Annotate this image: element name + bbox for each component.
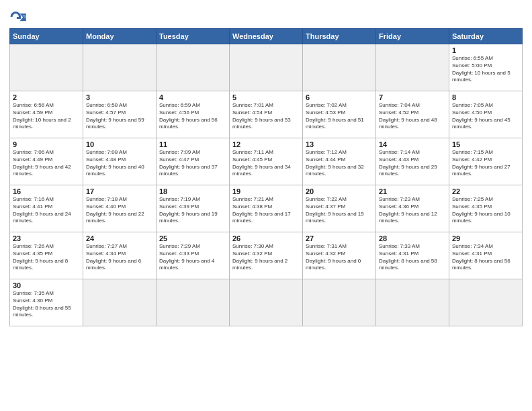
calendar-cell: 17Sunrise: 7:18 AMSunset: 4:40 PMDayligh… <box>83 185 157 232</box>
calendar-cell: 19Sunrise: 7:21 AMSunset: 4:38 PMDayligh… <box>230 185 303 232</box>
day-number: 15 <box>452 140 519 148</box>
day-info: Sunrise: 7:19 AMSunset: 4:39 PMDaylight:… <box>159 196 226 225</box>
day-number: 22 <box>452 187 519 195</box>
calendar-cell: 18Sunrise: 7:19 AMSunset: 4:39 PMDayligh… <box>157 185 230 232</box>
day-info: Sunrise: 7:35 AMSunset: 4:30 PMDaylight:… <box>13 290 80 319</box>
day-number: 6 <box>306 93 373 101</box>
day-number: 16 <box>13 187 80 195</box>
weekday-wednesday: Wednesday <box>230 29 303 44</box>
day-info: Sunrise: 6:59 AMSunset: 4:56 PMDaylight:… <box>159 102 226 131</box>
day-number: 27 <box>306 234 373 242</box>
day-info: Sunrise: 7:09 AMSunset: 4:47 PMDaylight:… <box>159 149 226 178</box>
day-info: Sunrise: 7:21 AMSunset: 4:38 PMDaylight:… <box>232 196 300 225</box>
calendar-cell <box>303 44 376 91</box>
calendar-header: SundayMondayTuesdayWednesdayThursdayFrid… <box>10 29 523 44</box>
calendar-cell: 16Sunrise: 7:16 AMSunset: 4:41 PMDayligh… <box>10 185 83 232</box>
day-number: 25 <box>159 234 226 242</box>
calendar-cell: 25Sunrise: 7:29 AMSunset: 4:33 PMDayligh… <box>157 232 230 279</box>
calendar: SundayMondayTuesdayWednesdayThursdayFrid… <box>9 28 523 326</box>
day-info: Sunrise: 7:05 AMSunset: 4:50 PMDaylight:… <box>452 102 519 131</box>
day-info: Sunrise: 7:06 AMSunset: 4:49 PMDaylight:… <box>13 149 80 178</box>
calendar-cell: 27Sunrise: 7:31 AMSunset: 4:32 PMDayligh… <box>303 232 376 279</box>
calendar-cell: 20Sunrise: 7:22 AMSunset: 4:37 PMDayligh… <box>303 185 376 232</box>
day-number: 12 <box>232 140 300 148</box>
generalblue-logo-icon <box>9 9 28 24</box>
calendar-cell: 7Sunrise: 7:04 AMSunset: 4:52 PMDaylight… <box>376 91 449 138</box>
day-info: Sunrise: 7:04 AMSunset: 4:52 PMDaylight:… <box>379 102 446 131</box>
day-number: 9 <box>13 140 80 148</box>
calendar-cell <box>376 44 449 91</box>
calendar-cell: 30Sunrise: 7:35 AMSunset: 4:30 PMDayligh… <box>10 279 83 326</box>
page: SundayMondayTuesdayWednesdayThursdayFrid… <box>0 0 532 411</box>
calendar-body: 1Sunrise: 6:55 AMSunset: 5:00 PMDaylight… <box>10 44 523 326</box>
weekday-sunday: Sunday <box>10 29 83 44</box>
day-number: 18 <box>159 187 226 195</box>
calendar-cell: 22Sunrise: 7:25 AMSunset: 4:35 PMDayligh… <box>449 185 523 232</box>
day-number: 7 <box>379 93 446 101</box>
day-info: Sunrise: 6:58 AMSunset: 4:57 PMDaylight:… <box>86 102 153 131</box>
calendar-cell: 4Sunrise: 6:59 AMSunset: 4:56 PMDaylight… <box>157 91 230 138</box>
calendar-cell: 14Sunrise: 7:14 AMSunset: 4:43 PMDayligh… <box>376 138 449 185</box>
day-number: 4 <box>159 93 226 101</box>
calendar-cell: 9Sunrise: 7:06 AMSunset: 4:49 PMDaylight… <box>10 138 83 185</box>
calendar-week-6: 30Sunrise: 7:35 AMSunset: 4:30 PMDayligh… <box>10 279 523 326</box>
calendar-cell: 11Sunrise: 7:09 AMSunset: 4:47 PMDayligh… <box>157 138 230 185</box>
calendar-cell: 1Sunrise: 6:55 AMSunset: 5:00 PMDaylight… <box>449 44 523 91</box>
header <box>9 7 523 24</box>
day-number: 23 <box>13 234 80 242</box>
day-number: 26 <box>232 234 300 242</box>
calendar-cell: 8Sunrise: 7:05 AMSunset: 4:50 PMDaylight… <box>449 91 523 138</box>
day-number: 30 <box>13 281 80 289</box>
calendar-cell: 28Sunrise: 7:33 AMSunset: 4:31 PMDayligh… <box>376 232 449 279</box>
day-number: 28 <box>379 234 446 242</box>
day-info: Sunrise: 7:16 AMSunset: 4:41 PMDaylight:… <box>13 196 80 225</box>
day-info: Sunrise: 7:01 AMSunset: 4:54 PMDaylight:… <box>232 102 300 131</box>
day-number: 17 <box>86 187 153 195</box>
logo <box>9 9 31 24</box>
day-info: Sunrise: 7:33 AMSunset: 4:31 PMDaylight:… <box>379 243 446 272</box>
weekday-thursday: Thursday <box>303 29 376 44</box>
day-number: 1 <box>452 46 519 54</box>
day-info: Sunrise: 7:15 AMSunset: 4:42 PMDaylight:… <box>452 149 519 178</box>
calendar-cell: 10Sunrise: 7:08 AMSunset: 4:48 PMDayligh… <box>83 138 157 185</box>
day-info: Sunrise: 7:23 AMSunset: 4:36 PMDaylight:… <box>379 196 446 225</box>
day-info: Sunrise: 7:27 AMSunset: 4:34 PMDaylight:… <box>86 243 153 272</box>
day-number: 21 <box>379 187 446 195</box>
weekday-tuesday: Tuesday <box>157 29 230 44</box>
calendar-cell: 26Sunrise: 7:30 AMSunset: 4:32 PMDayligh… <box>230 232 303 279</box>
calendar-cell: 29Sunrise: 7:34 AMSunset: 4:31 PMDayligh… <box>449 232 523 279</box>
day-info: Sunrise: 7:31 AMSunset: 4:32 PMDaylight:… <box>306 243 373 272</box>
calendar-cell <box>449 279 523 326</box>
day-info: Sunrise: 7:30 AMSunset: 4:32 PMDaylight:… <box>232 243 300 272</box>
calendar-cell: 6Sunrise: 7:02 AMSunset: 4:53 PMDaylight… <box>303 91 376 138</box>
calendar-week-4: 16Sunrise: 7:16 AMSunset: 4:41 PMDayligh… <box>10 185 523 232</box>
calendar-week-2: 2Sunrise: 6:56 AMSunset: 4:59 PMDaylight… <box>10 91 523 138</box>
calendar-cell <box>230 44 303 91</box>
weekday-monday: Monday <box>83 29 157 44</box>
day-number: 13 <box>306 140 373 148</box>
calendar-cell: 12Sunrise: 7:11 AMSunset: 4:45 PMDayligh… <box>230 138 303 185</box>
day-number: 19 <box>232 187 300 195</box>
calendar-cell: 3Sunrise: 6:58 AMSunset: 4:57 PMDaylight… <box>83 91 157 138</box>
calendar-cell <box>157 279 230 326</box>
day-info: Sunrise: 6:56 AMSunset: 4:59 PMDaylight:… <box>13 102 80 131</box>
calendar-week-1: 1Sunrise: 6:55 AMSunset: 5:00 PMDaylight… <box>10 44 523 91</box>
day-number: 5 <box>232 93 300 101</box>
day-info: Sunrise: 7:14 AMSunset: 4:43 PMDaylight:… <box>379 149 446 178</box>
day-number: 20 <box>306 187 373 195</box>
weekday-saturday: Saturday <box>449 29 523 44</box>
calendar-cell: 23Sunrise: 7:26 AMSunset: 4:35 PMDayligh… <box>10 232 83 279</box>
weekday-header-row: SundayMondayTuesdayWednesdayThursdayFrid… <box>10 29 523 44</box>
calendar-cell: 5Sunrise: 7:01 AMSunset: 4:54 PMDaylight… <box>230 91 303 138</box>
day-info: Sunrise: 7:26 AMSunset: 4:35 PMDaylight:… <box>13 243 80 272</box>
calendar-cell: 24Sunrise: 7:27 AMSunset: 4:34 PMDayligh… <box>83 232 157 279</box>
calendar-cell: 13Sunrise: 7:12 AMSunset: 4:44 PMDayligh… <box>303 138 376 185</box>
weekday-friday: Friday <box>376 29 449 44</box>
day-number: 10 <box>86 140 153 148</box>
day-info: Sunrise: 7:18 AMSunset: 4:40 PMDaylight:… <box>86 196 153 225</box>
calendar-cell <box>376 279 449 326</box>
day-info: Sunrise: 7:12 AMSunset: 4:44 PMDaylight:… <box>306 149 373 178</box>
day-info: Sunrise: 6:55 AMSunset: 5:00 PMDaylight:… <box>452 55 519 84</box>
day-info: Sunrise: 7:25 AMSunset: 4:35 PMDaylight:… <box>452 196 519 225</box>
calendar-cell: 2Sunrise: 6:56 AMSunset: 4:59 PMDaylight… <box>10 91 83 138</box>
